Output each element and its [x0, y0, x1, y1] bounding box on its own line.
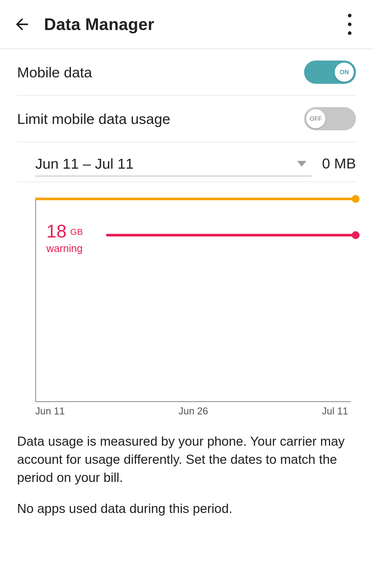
chart-plot-area: 18GB warning — [35, 198, 351, 402]
warning-value: 18 — [46, 221, 67, 241]
toggle-knob: ON — [335, 63, 354, 82]
usage-chart: 18GB warning Jun 11 Jun 26 Jul 11 — [17, 182, 356, 417]
mobile-data-toggle[interactable]: ON — [304, 61, 356, 84]
period-row: Jun 11 – Jul 11 0 MB — [17, 142, 356, 182]
page-title: Data Manager — [44, 15, 154, 34]
x-tick: Jul 11 — [322, 406, 348, 417]
app-header: Data Manager — [0, 0, 373, 49]
toggle-knob: OFF — [306, 109, 325, 128]
more-vertical-icon — [348, 14, 352, 17]
warning-label: 18GB warning — [46, 221, 83, 254]
overflow-menu-button[interactable] — [342, 9, 357, 40]
chart-x-axis: Jun 11 Jun 26 Jul 11 — [35, 406, 348, 417]
limit-usage-row: Limit mobile data usage OFF — [17, 96, 356, 142]
mobile-data-row: Mobile data ON — [17, 49, 356, 96]
content-area: Mobile data ON Limit mobile data usage O… — [0, 49, 373, 518]
warning-slider[interactable] — [106, 234, 356, 236]
usage-disclaimer-text: Data usage is measured by your phone. Yo… — [17, 432, 356, 487]
warning-sublabel: warning — [46, 243, 83, 254]
back-button[interactable] — [10, 13, 34, 36]
mobile-data-label: Mobile data — [17, 64, 92, 81]
warning-unit: GB — [70, 227, 83, 237]
limit-slider[interactable] — [35, 198, 356, 200]
period-usage-value: 0 MB — [322, 155, 356, 172]
more-vertical-icon — [348, 31, 352, 35]
more-vertical-icon — [348, 23, 352, 26]
arrow-left-icon — [13, 15, 31, 33]
limit-usage-toggle[interactable]: OFF — [304, 107, 356, 130]
no-apps-text: No apps used data during this period. — [17, 500, 356, 518]
chevron-down-icon — [297, 161, 306, 167]
x-tick: Jun 11 — [35, 406, 65, 417]
x-tick: Jun 26 — [178, 406, 208, 417]
period-dropdown[interactable]: Jun 11 – Jul 11 — [35, 150, 312, 176]
period-range-label: Jun 11 – Jul 11 — [35, 155, 134, 172]
limit-usage-label: Limit mobile data usage — [17, 110, 170, 127]
